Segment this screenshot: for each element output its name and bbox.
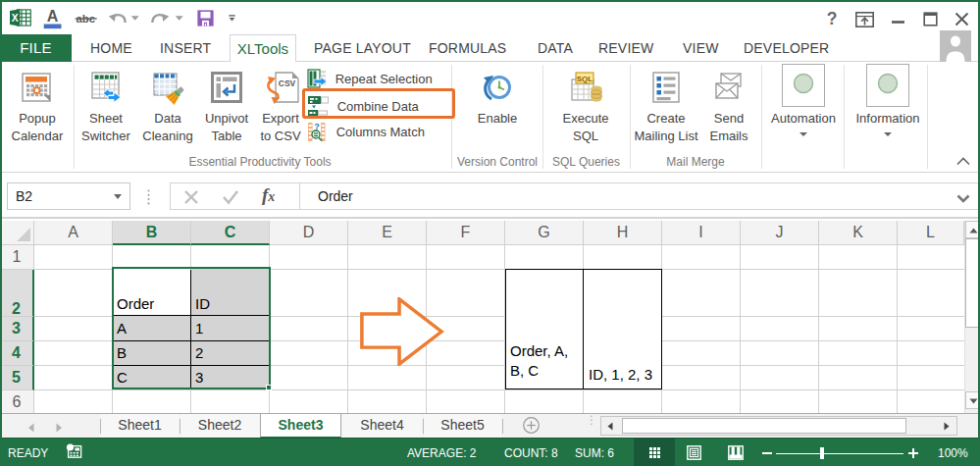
svg-text:SQL: SQL: [577, 75, 593, 83]
svg-text:A: A: [47, 8, 59, 25]
svg-text:CSV: CSV: [279, 78, 296, 88]
svg-text:X: X: [12, 13, 19, 24]
svg-text:?: ?: [827, 9, 838, 28]
